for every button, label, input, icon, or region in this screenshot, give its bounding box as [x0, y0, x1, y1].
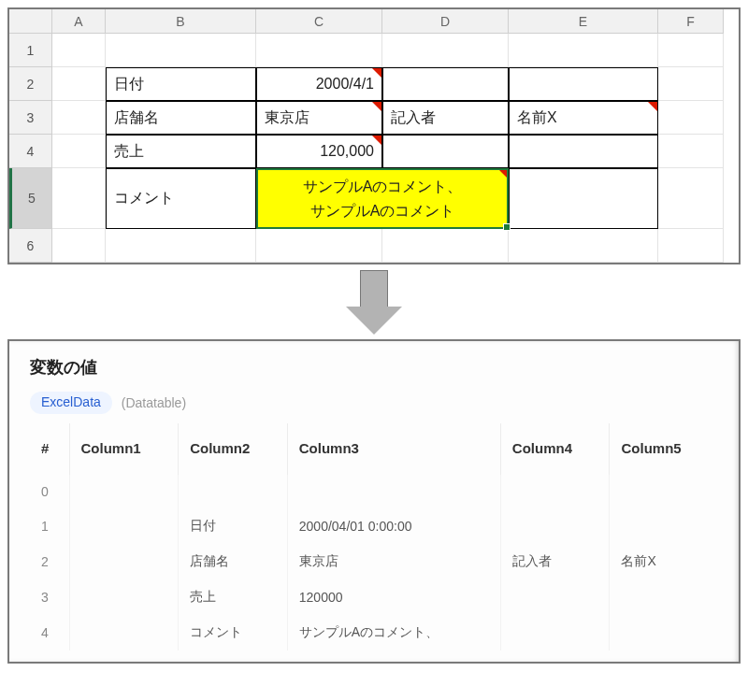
cell-A6[interactable]: [52, 229, 106, 263]
cell-D2[interactable]: [382, 67, 509, 101]
cell-B6[interactable]: [106, 229, 256, 263]
cell-A3[interactable]: [52, 101, 106, 135]
cell-B3[interactable]: 店舗名: [106, 101, 256, 135]
excel-panel: A B C D E F 1 2 日付 2000/4/1 3 店舗名 東京店 記入…: [7, 7, 741, 264]
cell: [69, 579, 179, 615]
cell: 2000/04/01 0:00:00: [287, 508, 500, 544]
row-index: 0: [30, 475, 69, 508]
cell-A1[interactable]: [52, 34, 106, 67]
cell-F3[interactable]: [658, 101, 724, 135]
variable-value-panel: 変数の値 ExcelData (Datatable) # Column1 Col…: [7, 339, 741, 664]
cell-D4[interactable]: [382, 135, 509, 168]
row-header-3[interactable]: 3: [9, 101, 52, 135]
row-header-4[interactable]: 4: [9, 135, 52, 168]
comment-indicator-icon[interactable]: [372, 102, 381, 111]
cell: [179, 475, 288, 508]
variable-type-label: (Datatable): [122, 395, 186, 410]
cell: コメント: [179, 615, 288, 650]
row-index: 3: [30, 579, 69, 615]
table-row[interactable]: 2 店舗名 東京店 記入者 名前X: [30, 544, 718, 579]
table-row[interactable]: 4 コメント サンプルAのコメント、: [30, 615, 718, 650]
cell-B5[interactable]: コメント: [106, 168, 256, 229]
row-header-5[interactable]: 5: [9, 168, 52, 229]
cell-D6[interactable]: [382, 229, 509, 263]
col-header-A[interactable]: A: [52, 9, 106, 34]
col-Column4[interactable]: Column4: [500, 423, 610, 475]
cell-B1[interactable]: [106, 34, 256, 67]
cell-F6[interactable]: [658, 229, 724, 263]
col-Column5[interactable]: Column5: [610, 423, 718, 475]
cell-E3[interactable]: 名前X: [509, 101, 658, 135]
excel-grid[interactable]: A B C D E F 1 2 日付 2000/4/1 3 店舗名 東京店 記入…: [9, 9, 739, 263]
table-row[interactable]: 0: [30, 475, 718, 508]
cell: サンプルAのコメント、: [287, 615, 500, 650]
cell-A5[interactable]: [52, 168, 106, 229]
cell-C1[interactable]: [256, 34, 382, 67]
cell-B4[interactable]: 売上: [106, 135, 256, 168]
cell: 記入者: [500, 544, 610, 579]
cell-F5[interactable]: [658, 168, 724, 229]
comment-indicator-icon[interactable]: [372, 136, 381, 145]
row-header-2[interactable]: 2: [9, 67, 52, 101]
cell: 売上: [179, 579, 288, 615]
cell: [69, 475, 179, 508]
cell: [69, 508, 179, 544]
cell-C3[interactable]: 東京店: [256, 101, 382, 135]
comment-indicator-icon[interactable]: [648, 102, 657, 111]
cell: 120000: [287, 579, 500, 615]
cell-E3-text: 名前X: [517, 108, 557, 128]
col-Column2[interactable]: Column2: [179, 423, 288, 475]
cell: [69, 544, 179, 579]
cell: [500, 579, 610, 615]
col-header-D[interactable]: D: [382, 9, 509, 34]
row-header-1[interactable]: 1: [9, 34, 52, 67]
cell: 名前X: [610, 544, 718, 579]
cell-C2[interactable]: 2000/4/1: [256, 67, 382, 101]
cell: [610, 475, 718, 508]
arrow-down: [7, 264, 741, 339]
cell-C4-text: 120,000: [320, 143, 374, 160]
table-row[interactable]: 3 売上 120000: [30, 579, 718, 615]
table-row[interactable]: 1 日付 2000/04/01 0:00:00: [30, 508, 718, 544]
cell-D1[interactable]: [382, 34, 509, 67]
cell-C3-text: 東京店: [265, 108, 309, 128]
cell-C5-D5-merged[interactable]: サンプルAのコメント、 サンプルAのコメント: [256, 168, 509, 229]
cell-C4[interactable]: 120,000: [256, 135, 382, 168]
select-all-cell[interactable]: [9, 9, 52, 34]
cell-E5[interactable]: [509, 168, 658, 229]
cell: [500, 508, 610, 544]
cell-F2[interactable]: [658, 67, 724, 101]
cell: 店舗名: [179, 544, 288, 579]
cell-E1[interactable]: [509, 34, 658, 67]
cell: [500, 615, 610, 650]
cell: [610, 579, 718, 615]
cell-A4[interactable]: [52, 135, 106, 168]
datatable: # Column1 Column2 Column3 Column4 Column…: [30, 423, 718, 650]
col-header-E[interactable]: E: [509, 9, 658, 34]
col-hash[interactable]: #: [30, 423, 69, 475]
panel-title: 変数の値: [30, 356, 718, 379]
col-header-B[interactable]: B: [106, 9, 256, 34]
col-header-C[interactable]: C: [256, 9, 382, 34]
col-header-F[interactable]: F: [658, 9, 724, 34]
cell-E6[interactable]: [509, 229, 658, 263]
cell-B2[interactable]: 日付: [106, 67, 256, 101]
col-Column1[interactable]: Column1: [69, 423, 179, 475]
cell-D3[interactable]: 記入者: [382, 101, 509, 135]
cell-E4[interactable]: [509, 135, 658, 168]
comment-indicator-icon[interactable]: [372, 68, 381, 78]
cell-E2[interactable]: [509, 67, 658, 101]
cell: [287, 475, 500, 508]
cell: [69, 615, 179, 650]
arrow-down-icon: [355, 270, 393, 335]
cell-C6[interactable]: [256, 229, 382, 263]
col-Column3[interactable]: Column3: [287, 423, 500, 475]
cell-F4[interactable]: [658, 135, 724, 168]
row-header-6[interactable]: 6: [9, 229, 52, 263]
cell: [610, 615, 718, 650]
comment-indicator-icon[interactable]: [498, 169, 508, 179]
cell-A2[interactable]: [52, 67, 106, 101]
cell-F1[interactable]: [658, 34, 724, 67]
variable-name-badge[interactable]: ExcelData: [30, 392, 112, 414]
cell-C2-text: 2000/4/1: [316, 76, 374, 93]
